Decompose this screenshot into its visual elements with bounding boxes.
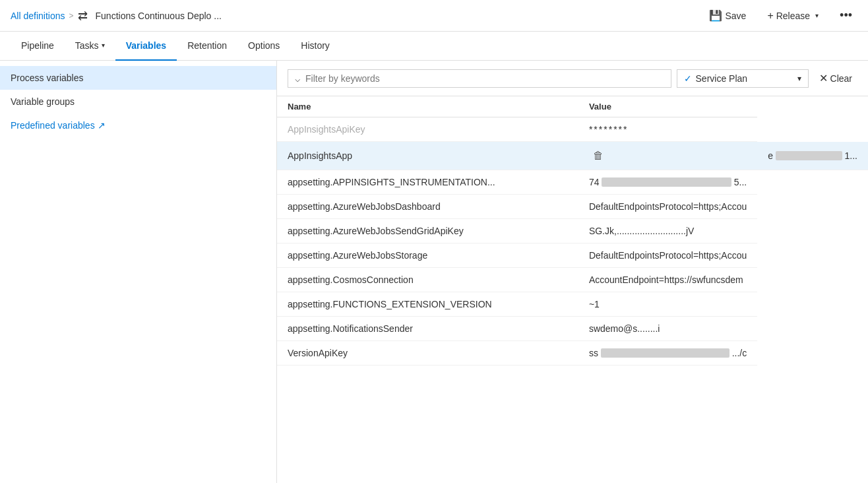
plus-icon: + — [767, 10, 773, 22]
release-button[interactable]: + Release ▾ — [762, 7, 824, 24]
table-row[interactable]: AppInsightsApiKey******** — [277, 117, 868, 142]
header: All definitions > ⇄ Functions Continuous… — [0, 0, 868, 32]
table-row[interactable]: AppInsightsApp🗑e1... — [277, 142, 868, 170]
tab-options[interactable]: Options — [237, 32, 290, 61]
var-value-cell: ~1 — [578, 292, 757, 317]
tab-variables[interactable]: Variables — [115, 32, 177, 61]
tasks-dropdown-icon: ▾ — [102, 42, 105, 49]
tab-history[interactable]: History — [290, 32, 340, 61]
var-value-cell: 745... — [578, 170, 757, 195]
table-header-row: Name Value — [277, 96, 868, 117]
deploy-icon: ⇄ — [78, 9, 88, 23]
breadcrumb-parent[interactable]: All definitions — [11, 11, 65, 21]
var-name-cell: appsetting.AzureWebJobsStorage — [277, 243, 578, 268]
filter-tag-label: Service Plan — [696, 73, 793, 84]
var-value-cell: SG.Jk,...........................jV — [578, 219, 757, 243]
header-actions: 💾 Save + Release ▾ ••• — [704, 6, 857, 25]
table-row[interactable]: appsetting.APPINSIGHTS_INSTRUMENTATION..… — [277, 170, 868, 195]
table-row[interactable]: VersionApiKeyss.../c — [277, 341, 868, 366]
save-button[interactable]: 💾 Save — [704, 7, 751, 24]
var-name-cell: VersionApiKey — [277, 341, 578, 366]
col-value: Value — [578, 96, 757, 117]
var-name-cell: appsetting.FUNCTIONS_EXTENSION_VERSION — [277, 292, 578, 317]
filter-row: ⌵ ✓ Service Plan ▾ ✕ Clear — [277, 61, 868, 96]
var-name-cell: appsetting.CosmosConnection — [277, 268, 578, 292]
clear-label: Clear — [830, 73, 852, 84]
table-row[interactable]: appsetting.FUNCTIONS_EXTENSION_VERSION~1 — [277, 292, 868, 317]
var-name-cell: AppInsightsApiKey — [277, 117, 578, 142]
sidebar-item-variable-groups[interactable]: Variable groups — [0, 90, 276, 113]
table-row[interactable]: appsetting.AzureWebJobsSendGridApiKeySG.… — [277, 219, 868, 243]
delete-row-button[interactable]: 🗑 — [589, 148, 607, 163]
save-label: Save — [725, 11, 746, 21]
var-value-cell: DefaultEndpointsProtocol=https;Accou — [578, 243, 757, 268]
value-text: ss — [589, 348, 598, 358]
more-button[interactable]: ••• — [834, 6, 857, 25]
value-partial-wrap: 745... — [589, 177, 747, 187]
breadcrumb: All definitions > ⇄ Functions Continuous… — [11, 9, 222, 23]
table-row[interactable]: appsetting.NotificationsSenderswdemo@s..… — [277, 317, 868, 341]
var-name-cell: appsetting.AzureWebJobsSendGridApiKey — [277, 219, 578, 243]
value-suffix: 1... — [845, 150, 857, 161]
filter-arrow-icon: ▾ — [797, 74, 801, 83]
sidebar-item-process-variables[interactable]: Process variables — [0, 66, 276, 90]
nav-tabs: Pipeline Tasks ▾ Variables Retention Opt… — [0, 32, 868, 61]
value-text: 74 — [589, 177, 600, 187]
variables-table: Name Value AppInsightsApiKey********AppI… — [277, 96, 868, 366]
release-dropdown-icon: ▾ — [815, 12, 819, 19]
filter-check-icon: ✓ — [684, 73, 692, 84]
filter-clear-button[interactable]: ✕ Clear — [814, 69, 857, 88]
filter-icon: ⌵ — [295, 73, 300, 84]
value-bar — [602, 177, 731, 187]
sidebar: Process variables Variable groups Predef… — [0, 61, 277, 483]
row-actions-cell: 🗑 — [578, 142, 757, 170]
var-value-cell: ss.../c — [578, 341, 757, 366]
var-value-cell: ******** — [578, 117, 757, 142]
table-row[interactable]: appsetting.AzureWebJobsStorageDefaultEnd… — [277, 243, 868, 268]
var-name-cell: AppInsightsApp — [277, 142, 578, 170]
filter-input[interactable] — [305, 73, 664, 84]
value-text: e — [768, 150, 773, 161]
var-name-cell: appsetting.NotificationsSender — [277, 317, 578, 341]
table-row[interactable]: appsetting.CosmosConnectionAccountEndpoi… — [277, 268, 868, 292]
main-layout: Process variables Variable groups Predef… — [0, 61, 868, 483]
value-partial-wrap: e1... — [768, 150, 857, 161]
tab-pipeline[interactable]: Pipeline — [11, 32, 65, 61]
save-icon: 💾 — [709, 9, 722, 22]
var-value-cell: DefaultEndpointsProtocol=https;Accou — [578, 195, 757, 219]
table-row[interactable]: appsetting.AzureWebJobsDashboardDefaultE… — [277, 195, 868, 219]
value-partial-wrap: ss.../c — [589, 348, 747, 358]
var-value-cell: e1... — [757, 142, 868, 170]
filter-tag[interactable]: ✓ Service Plan ▾ — [677, 69, 809, 88]
var-value-cell: swdemo@s........i — [578, 317, 757, 341]
clear-x-icon: ✕ — [819, 72, 828, 84]
col-name: Name — [277, 96, 578, 117]
value-suffix: .../c — [732, 348, 747, 358]
content-area: ⌵ ✓ Service Plan ▾ ✕ Clear Name Value — [277, 61, 868, 483]
var-name-cell: appsetting.APPINSIGHTS_INSTRUMENTATION..… — [277, 170, 578, 195]
value-bar — [601, 348, 729, 358]
tab-retention[interactable]: Retention — [177, 32, 237, 61]
var-name-cell: appsetting.AzureWebJobsDashboard — [277, 195, 578, 219]
filter-input-wrap[interactable]: ⌵ — [288, 69, 671, 88]
more-icon: ••• — [840, 9, 852, 22]
var-value-cell: AccountEndpoint=https://swfuncsdem — [578, 268, 757, 292]
value-suffix: 5... — [734, 177, 747, 187]
tab-tasks[interactable]: Tasks ▾ — [65, 32, 115, 61]
release-label: Release — [776, 11, 810, 21]
breadcrumb-current: Functions Continuous Deplo ... — [96, 11, 222, 21]
value-bar — [776, 151, 842, 160]
sidebar-item-predefined-variables[interactable]: Predefined variables ↗ — [0, 113, 276, 137]
breadcrumb-separator: > — [69, 11, 74, 20]
